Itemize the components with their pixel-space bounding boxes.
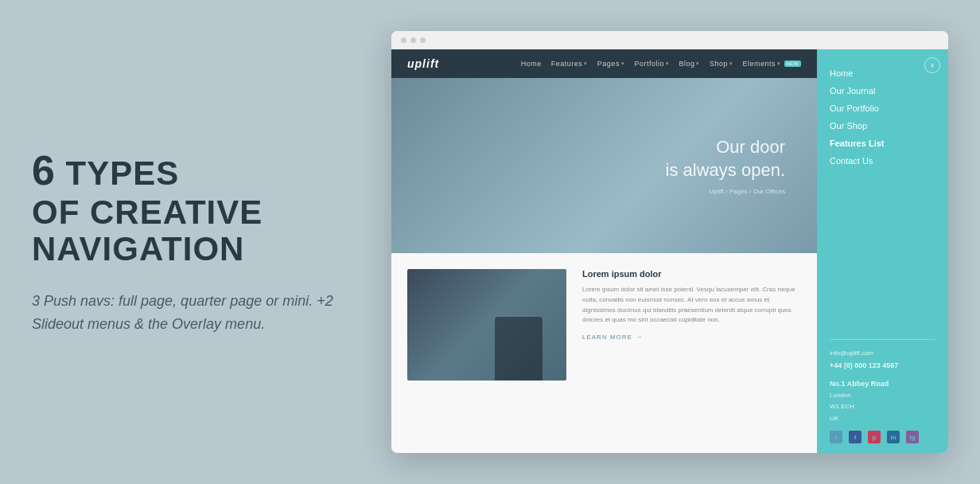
site-hero: Our door is always open. Uplift › Pages … (391, 78, 817, 253)
social-icons: t f p in ig (830, 431, 935, 443)
pinterest-icon[interactable]: p (868, 431, 881, 443)
content-heading: Lorem ipsum dolor (582, 269, 801, 279)
browser-dot-yellow (410, 37, 416, 43)
site-content: Lorem ipsum dolor Lorem ipsum dolor sit … (391, 253, 817, 453)
learn-more-link[interactable]: LEARN MORE → (582, 334, 801, 341)
browser-content: uplift Home Features ▾ Pages ▾ Portfolio… (391, 49, 948, 453)
slide-nav-item-contact[interactable]: Contact Us (830, 153, 935, 169)
slide-nav-item-home[interactable]: Home (830, 65, 935, 81)
content-text-block: Lorem ipsum dolor Lorem ipsum dolor sit … (582, 269, 801, 437)
slide-nav-contact: info@uplift.com +44 (0) 800 123 4567 No.… (830, 339, 935, 443)
browser-chrome (391, 31, 948, 49)
arrow-icon: → (636, 334, 643, 341)
slide-nav-item-shop[interactable]: Our Shop (830, 118, 935, 134)
content-figure (495, 317, 542, 381)
slide-nav-item-features[interactable]: Features List (830, 135, 935, 151)
subtext: 3 Push navs: full page, quarter page or … (32, 290, 334, 336)
left-panel: 6 TYPES OF CREATIVE NAVIGATION 3 Push na… (32, 148, 334, 335)
slide-nav-item-portfolio[interactable]: Our Portfolio (830, 100, 935, 116)
facebook-icon[interactable]: f (849, 431, 861, 443)
browser-mockup: uplift Home Features ▾ Pages ▾ Portfolio… (391, 31, 948, 453)
contact-address1: No.1 Abbey Road (830, 377, 935, 390)
browser-dot-red (401, 37, 406, 43)
nav-item-home[interactable]: Home (521, 60, 542, 68)
hero-title: Our door is always open. (666, 136, 785, 182)
headline: 6 TYPES OF CREATIVE NAVIGATION (32, 148, 334, 267)
headline-number: 6 (32, 147, 56, 193)
hero-breadcrumb: Uplift › Pages › Our Offices (666, 188, 785, 195)
contact-address4: UK (830, 413, 935, 424)
site-header: uplift Home Features ▾ Pages ▾ Portfolio… (391, 49, 817, 78)
linkedin-icon[interactable]: in (887, 431, 900, 443)
browser-dot-green (420, 37, 426, 43)
site-nav: Home Features ▾ Pages ▾ Portfolio ▾ Blog… (521, 60, 801, 68)
instagram-icon[interactable]: ig (906, 431, 919, 443)
site-main: uplift Home Features ▾ Pages ▾ Portfolio… (391, 49, 817, 453)
contact-phone: +44 (0) 800 123 4567 (830, 359, 935, 372)
slide-nav-close-button[interactable]: × (924, 57, 940, 73)
slide-nav-items: Home Our Journal Our Portfolio Our Shop … (830, 65, 935, 169)
slide-nav-item-journal[interactable]: Our Journal (830, 83, 935, 99)
nav-item-shop[interactable]: Shop ▾ (710, 60, 733, 68)
nav-item-pages[interactable]: Pages ▾ (597, 60, 625, 68)
nav-item-blog[interactable]: Blog ▾ (679, 60, 700, 68)
content-body: Lorem ipsum dolor sit amet isse potenti.… (582, 285, 801, 326)
slide-nav-panel: × Home Our Journal Our Portfolio Our Sho… (817, 49, 948, 453)
content-image (407, 269, 566, 381)
site-logo: uplift (407, 57, 439, 70)
contact-email: info@uplift.com (830, 348, 935, 359)
hero-text: Our door is always open. Uplift › Pages … (666, 136, 785, 195)
headline-text: TYPES OF CREATIVE NAVIGATION (32, 154, 262, 267)
contact-address3: W1 ECH (830, 401, 935, 412)
contact-address2: London (830, 390, 935, 401)
twitter-icon[interactable]: t (830, 431, 842, 443)
nav-item-features[interactable]: Features ▾ (551, 60, 588, 68)
nav-item-portfolio[interactable]: Portfolio ▾ (634, 60, 669, 68)
nav-item-elements[interactable]: Elements ▾NEW (742, 60, 801, 68)
